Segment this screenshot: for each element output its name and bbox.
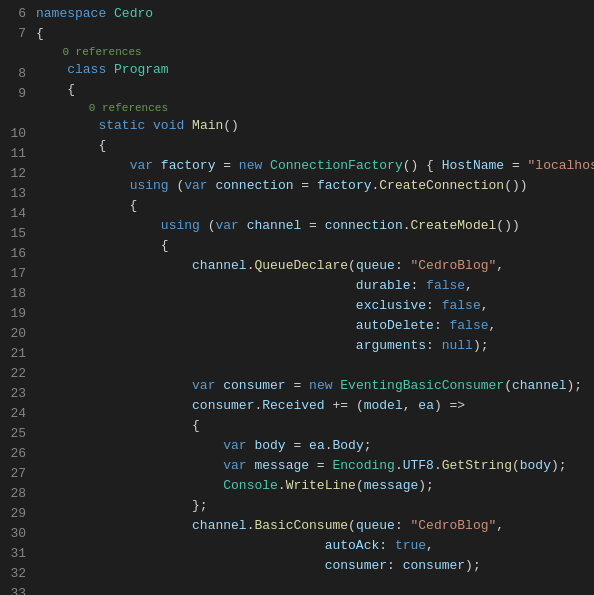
line-open-lambda: { (36, 416, 594, 436)
line-open-ns: { (36, 24, 594, 44)
line-open-channel: { (36, 236, 594, 256)
ln-32: 32 (4, 564, 26, 584)
line-durable: durable: false, (36, 276, 594, 296)
line-class-program: class Program (36, 60, 594, 80)
line-console-writeline-msg: Console.WriteLine(message); (36, 476, 594, 496)
ln-9: 9 (4, 84, 26, 104)
line-using-channel: using (var channel = connection.CreateMo… (36, 216, 594, 236)
line-open-class: { (36, 80, 594, 100)
ln-16: 16 (4, 244, 26, 264)
ln-hint2 (4, 104, 26, 124)
ln-20: 20 (4, 324, 26, 344)
line-exclusive: exclusive: false, (36, 296, 594, 316)
line-var-message: var message = Encoding.UTF8.GetString(bo… (36, 456, 594, 476)
ln-22: 22 (4, 364, 26, 384)
ln-27: 27 (4, 464, 26, 484)
ln-hint1 (4, 44, 26, 64)
line-queue-declare: channel.QueueDeclare(queue: "CedroBlog", (36, 256, 594, 276)
ln-21: 21 (4, 344, 26, 364)
code-content: namespace Cedro { 0 references class Pro… (36, 4, 594, 595)
ln-18: 18 (4, 284, 26, 304)
line-arguments: arguments: null); (36, 336, 594, 356)
ln-30: 30 (4, 524, 26, 544)
hint-main-references: 0 references (36, 100, 594, 116)
line-consumer-received: consumer.Received += (model, ea) => (36, 396, 594, 416)
ln-14: 14 (4, 204, 26, 224)
hint-class-references: 0 references (36, 44, 594, 60)
line-open-main: { (36, 136, 594, 156)
ln-8: 8 (4, 64, 26, 84)
line-number-gutter: 6 7 8 9 10 11 12 13 14 15 16 17 18 19 20… (0, 4, 36, 595)
ln-31: 31 (4, 544, 26, 564)
line-close-lambda: }; (36, 496, 594, 516)
line-blank-1 (36, 356, 594, 376)
ln-26: 26 (4, 444, 26, 464)
ln-15: 15 (4, 224, 26, 244)
line-static-main: static void Main() (36, 116, 594, 136)
line-var-consumer: var consumer = new EventingBasicConsumer… (36, 376, 594, 396)
ln-11: 11 (4, 144, 26, 164)
ln-6: 6 (4, 4, 26, 24)
line-basic-consume: channel.BasicConsume(queue: "CedroBlog", (36, 516, 594, 536)
ln-10: 10 (4, 124, 26, 144)
line-open-connection: { (36, 196, 594, 216)
line-using-connection: using (var connection = factory.CreateCo… (36, 176, 594, 196)
ln-17: 17 (4, 264, 26, 284)
line-autodelete: autoDelete: false, (36, 316, 594, 336)
code-editor: 6 7 8 9 10 11 12 13 14 15 16 17 18 19 20… (0, 0, 594, 595)
ln-12: 12 (4, 164, 26, 184)
ln-7: 7 (4, 24, 26, 44)
line-namespace: namespace Cedro (36, 4, 594, 24)
line-autoack: autoAck: true, (36, 536, 594, 556)
ln-19: 19 (4, 304, 26, 324)
line-var-body: var body = ea.Body; (36, 436, 594, 456)
line-consumer-param: consumer: consumer); (36, 556, 594, 576)
ln-29: 29 (4, 504, 26, 524)
ln-13: 13 (4, 184, 26, 204)
ln-25: 25 (4, 424, 26, 444)
ln-23: 23 (4, 384, 26, 404)
line-var-factory: var factory = new ConnectionFactory() { … (36, 156, 594, 176)
ln-24: 24 (4, 404, 26, 424)
line-blank-2 (36, 576, 594, 595)
ln-28: 28 (4, 484, 26, 504)
ln-33: 33 (4, 584, 26, 595)
